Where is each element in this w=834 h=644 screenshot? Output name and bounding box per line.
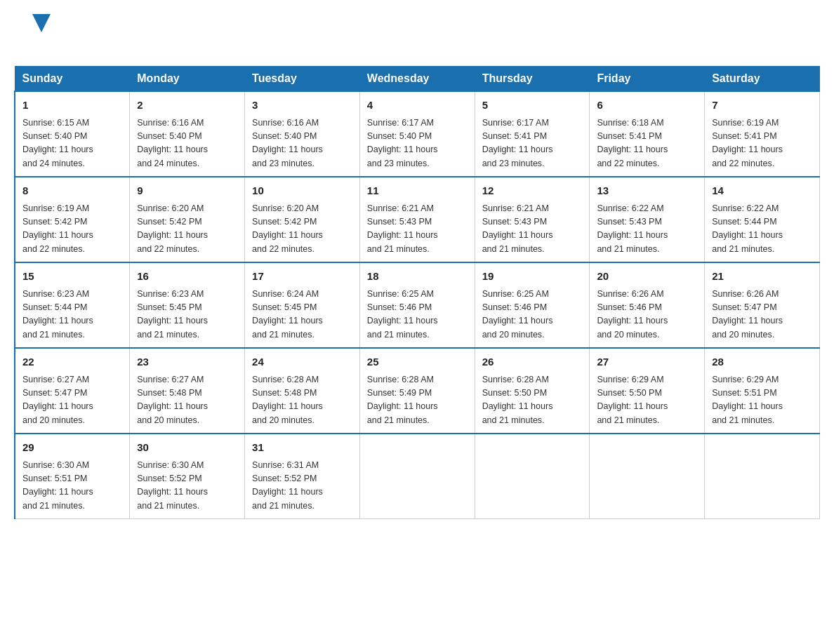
week-row-3: 15 Sunrise: 6:23 AM Sunset: 5:44 PM Dayl…: [15, 262, 820, 348]
calendar-cell: 25 Sunrise: 6:28 AM Sunset: 5:49 PM Dayl…: [359, 348, 475, 434]
header-wednesday: Wednesday: [359, 67, 475, 92]
calendar-cell: [590, 434, 705, 519]
day-info: Sunrise: 6:17 AM Sunset: 5:41 PM Dayligh…: [482, 116, 583, 171]
calendar-cell: 13 Sunrise: 6:22 AM Sunset: 5:43 PM Dayl…: [590, 177, 705, 262]
calendar-cell: 2 Sunrise: 6:16 AM Sunset: 5:40 PM Dayli…: [130, 91, 245, 177]
day-number: 14: [712, 183, 812, 199]
day-info: Sunrise: 6:26 AM Sunset: 5:46 PM Dayligh…: [597, 288, 697, 342]
calendar-cell: 16 Sunrise: 6:23 AM Sunset: 5:45 PM Dayl…: [130, 262, 245, 348]
calendar-cell: 18 Sunrise: 6:25 AM Sunset: 5:46 PM Dayl…: [359, 262, 475, 348]
day-number: 23: [137, 354, 237, 370]
day-number: 13: [597, 183, 697, 199]
calendar-cell: 17 Sunrise: 6:24 AM Sunset: 5:45 PM Dayl…: [245, 262, 360, 348]
day-number: 10: [252, 183, 352, 199]
week-row-5: 29 Sunrise: 6:30 AM Sunset: 5:51 PM Dayl…: [15, 434, 820, 519]
day-number: 21: [712, 269, 812, 285]
day-number: 28: [712, 354, 812, 370]
day-number: 7: [712, 98, 812, 114]
day-number: 11: [367, 183, 468, 199]
day-info: Sunrise: 6:28 AM Sunset: 5:50 PM Dayligh…: [482, 373, 583, 428]
day-info: Sunrise: 6:30 AM Sunset: 5:51 PM Dayligh…: [22, 459, 122, 514]
day-number: 30: [137, 440, 237, 456]
day-info: Sunrise: 6:18 AM Sunset: 5:41 PM Dayligh…: [597, 116, 697, 171]
calendar-cell: 6 Sunrise: 6:18 AM Sunset: 5:41 PM Dayli…: [590, 91, 705, 177]
day-info: Sunrise: 6:19 AM Sunset: 5:41 PM Dayligh…: [712, 116, 812, 171]
day-info: Sunrise: 6:28 AM Sunset: 5:49 PM Dayligh…: [367, 373, 468, 428]
day-number: 20: [597, 269, 697, 285]
day-info: Sunrise: 6:20 AM Sunset: 5:42 PM Dayligh…: [137, 202, 237, 257]
day-number: 25: [367, 354, 468, 370]
calendar-cell: 5 Sunrise: 6:17 AM Sunset: 5:41 PM Dayli…: [475, 91, 590, 177]
calendar-cell: 19 Sunrise: 6:25 AM Sunset: 5:46 PM Dayl…: [475, 262, 590, 348]
calendar-cell: 10 Sunrise: 6:20 AM Sunset: 5:42 PM Dayl…: [245, 177, 360, 262]
day-info: Sunrise: 6:20 AM Sunset: 5:42 PM Dayligh…: [252, 202, 352, 257]
week-row-4: 22 Sunrise: 6:27 AM Sunset: 5:47 PM Dayl…: [15, 348, 820, 434]
day-info: Sunrise: 6:19 AM Sunset: 5:42 PM Dayligh…: [22, 202, 122, 257]
day-number: 19: [482, 269, 583, 285]
day-number: 15: [22, 269, 122, 285]
calendar-cell: 23 Sunrise: 6:27 AM Sunset: 5:48 PM Dayl…: [130, 348, 245, 434]
week-row-2: 8 Sunrise: 6:19 AM Sunset: 5:42 PM Dayli…: [15, 177, 820, 262]
day-info: Sunrise: 6:25 AM Sunset: 5:46 PM Dayligh…: [482, 288, 583, 342]
calendar-cell: [359, 434, 475, 519]
day-info: Sunrise: 6:15 AM Sunset: 5:40 PM Dayligh…: [22, 116, 122, 171]
day-number: 17: [252, 269, 352, 285]
calendar-cell: 21 Sunrise: 6:26 AM Sunset: 5:47 PM Dayl…: [705, 262, 820, 348]
header-thursday: Thursday: [475, 67, 590, 92]
day-number: 4: [367, 98, 468, 114]
calendar-cell: [475, 434, 590, 519]
day-number: 24: [252, 354, 352, 370]
day-info: Sunrise: 6:21 AM Sunset: 5:43 PM Dayligh…: [367, 202, 468, 257]
day-info: Sunrise: 6:23 AM Sunset: 5:45 PM Dayligh…: [137, 288, 237, 342]
day-number: 8: [22, 183, 122, 199]
calendar-cell: 29 Sunrise: 6:30 AM Sunset: 5:51 PM Dayl…: [15, 434, 130, 519]
svg-marker-0: [32, 14, 51, 32]
day-number: 9: [137, 183, 237, 199]
calendar-cell: 3 Sunrise: 6:16 AM Sunset: 5:40 PM Dayli…: [245, 91, 360, 177]
day-info: Sunrise: 6:31 AM Sunset: 5:52 PM Dayligh…: [252, 459, 352, 514]
day-number: 22: [22, 354, 122, 370]
calendar-table: SundayMondayTuesdayWednesdayThursdayFrid…: [14, 66, 820, 519]
calendar-cell: 20 Sunrise: 6:26 AM Sunset: 5:46 PM Dayl…: [590, 262, 705, 348]
header-sunday: Sunday: [15, 67, 130, 92]
calendar-cell: 1 Sunrise: 6:15 AM Sunset: 5:40 PM Dayli…: [15, 91, 130, 177]
calendar-cell: 30 Sunrise: 6:30 AM Sunset: 5:52 PM Dayl…: [130, 434, 245, 519]
logo-icon: [14, 14, 51, 52]
calendar-cell: 7 Sunrise: 6:19 AM Sunset: 5:41 PM Dayli…: [705, 91, 820, 177]
day-info: Sunrise: 6:16 AM Sunset: 5:40 PM Dayligh…: [252, 116, 352, 171]
calendar-cell: 24 Sunrise: 6:28 AM Sunset: 5:48 PM Dayl…: [245, 348, 360, 434]
day-number: 18: [367, 269, 468, 285]
day-info: Sunrise: 6:16 AM Sunset: 5:40 PM Dayligh…: [137, 116, 237, 171]
day-info: Sunrise: 6:30 AM Sunset: 5:52 PM Dayligh…: [137, 459, 237, 514]
day-info: Sunrise: 6:28 AM Sunset: 5:48 PM Dayligh…: [252, 373, 352, 428]
header-monday: Monday: [130, 67, 245, 92]
calendar-cell: 4 Sunrise: 6:17 AM Sunset: 5:40 PM Dayli…: [359, 91, 475, 177]
calendar-cell: [705, 434, 820, 519]
day-number: 26: [482, 354, 583, 370]
calendar-cell: 27 Sunrise: 6:29 AM Sunset: 5:50 PM Dayl…: [590, 348, 705, 434]
calendar-cell: 14 Sunrise: 6:22 AM Sunset: 5:44 PM Dayl…: [705, 177, 820, 262]
day-info: Sunrise: 6:27 AM Sunset: 5:47 PM Dayligh…: [22, 373, 122, 428]
header-saturday: Saturday: [705, 67, 820, 92]
day-info: Sunrise: 6:23 AM Sunset: 5:44 PM Dayligh…: [22, 288, 122, 342]
page-header: [14, 14, 820, 52]
day-info: Sunrise: 6:29 AM Sunset: 5:50 PM Dayligh…: [597, 373, 697, 428]
day-number: 3: [252, 98, 352, 114]
logo-triangle-icon: [32, 14, 51, 32]
calendar-cell: 12 Sunrise: 6:21 AM Sunset: 5:43 PM Dayl…: [475, 177, 590, 262]
calendar-cell: 26 Sunrise: 6:28 AM Sunset: 5:50 PM Dayl…: [475, 348, 590, 434]
day-number: 29: [22, 440, 122, 456]
day-number: 16: [137, 269, 237, 285]
day-info: Sunrise: 6:25 AM Sunset: 5:46 PM Dayligh…: [367, 288, 468, 342]
day-info: Sunrise: 6:22 AM Sunset: 5:44 PM Dayligh…: [712, 202, 812, 257]
header-tuesday: Tuesday: [245, 67, 360, 92]
day-number: 6: [597, 98, 697, 114]
calendar-cell: 15 Sunrise: 6:23 AM Sunset: 5:44 PM Dayl…: [15, 262, 130, 348]
day-number: 31: [252, 440, 352, 456]
header-friday: Friday: [590, 67, 705, 92]
calendar-cell: 28 Sunrise: 6:29 AM Sunset: 5:51 PM Dayl…: [705, 348, 820, 434]
day-number: 5: [482, 98, 583, 114]
day-info: Sunrise: 6:24 AM Sunset: 5:45 PM Dayligh…: [252, 288, 352, 342]
calendar-cell: 9 Sunrise: 6:20 AM Sunset: 5:42 PM Dayli…: [130, 177, 245, 262]
calendar-cell: 31 Sunrise: 6:31 AM Sunset: 5:52 PM Dayl…: [245, 434, 360, 519]
